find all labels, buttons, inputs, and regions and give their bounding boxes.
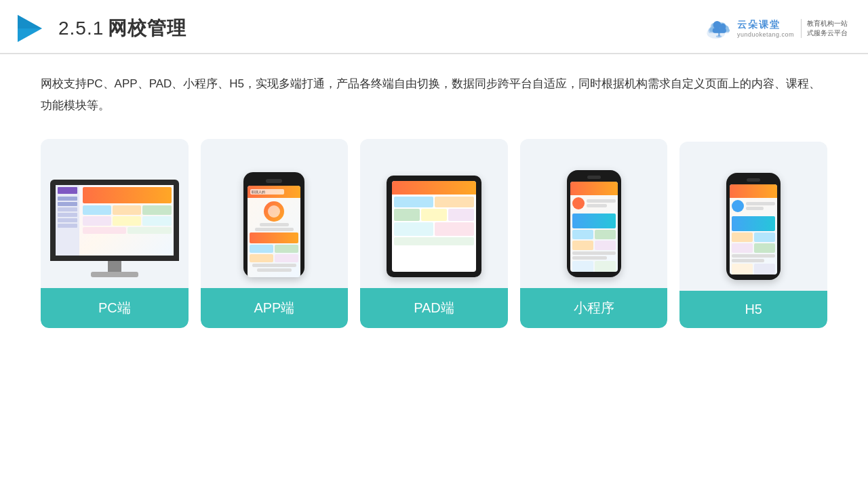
page-title: 2.5.1网校管理	[58, 16, 186, 41]
description-text: 网校支持PC、APP、PAD、小程序、H5，实现多端打通，产品各终端自由切换，数…	[41, 73, 827, 117]
brand-slogan: 教育机构一站 式服务云平台	[801, 19, 848, 38]
h5-image-area	[690, 158, 816, 280]
app-card: 职涯人的	[201, 139, 349, 328]
app-phone-icon: 职涯人的	[243, 172, 304, 277]
pad-image-area	[371, 155, 497, 277]
miniprogram-label: 小程序	[520, 288, 668, 328]
pad-tablet-icon	[387, 176, 481, 277]
pad-label: PAD端	[360, 288, 508, 328]
pc-label: PC端	[41, 288, 189, 328]
main-content: 网校支持PC、APP、PAD、小程序、H5，实现多端打通，产品各终端自由切换，数…	[0, 54, 868, 342]
svg-marker-1	[18, 15, 42, 28]
h5-label: H5	[679, 291, 827, 328]
brand-logo: 云朵课堂 yunduoketang.com 教育机构一站 式服务云平台	[705, 16, 848, 41]
pc-card: PC端	[41, 139, 189, 328]
app-label: APP端	[201, 288, 349, 328]
h5-card: H5	[679, 142, 827, 328]
pc-monitor-icon	[50, 180, 179, 277]
pc-image-area	[52, 155, 178, 277]
play-logo-icon	[14, 12, 46, 45]
miniprogram-image-area	[531, 155, 657, 277]
app-image-area: 职涯人的	[212, 155, 338, 277]
miniprogram-card: 小程序	[520, 139, 668, 328]
page-header: 2.5.1网校管理 云朵课堂 yunduoketang.com 教育机构一站 式…	[0, 0, 868, 54]
cloud-icon	[705, 16, 733, 41]
svg-point-7	[716, 35, 722, 37]
brand-text: 云朵课堂 yunduoketang.com	[737, 19, 794, 38]
header-left: 2.5.1网校管理	[14, 12, 186, 45]
device-cards: PC端 职涯人的	[41, 139, 827, 328]
pad-card: PAD端	[360, 139, 508, 328]
h5-phone-icon	[726, 173, 781, 280]
miniprogram-phone-icon	[567, 170, 621, 277]
